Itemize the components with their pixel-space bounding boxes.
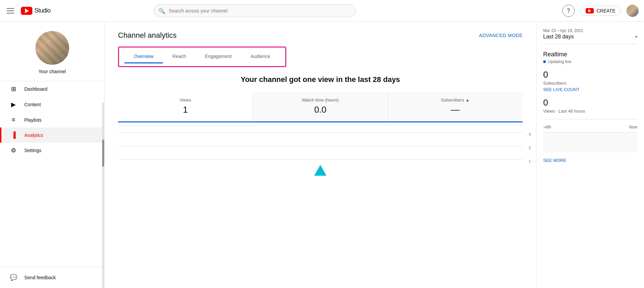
updating-live-text: Updating live [548,59,571,64]
chart-area: 3 2 1 [118,125,523,179]
chart-label-3: 3 [529,132,531,136]
sidebar-item-send-feedback[interactable]: 💬 Send feedback [0,270,104,285]
views-count: 0 [543,97,637,108]
analytics-label: Analytics [24,133,43,138]
subscribers-value: — [396,105,515,115]
tab-audience[interactable]: Audience [241,50,280,63]
dashboard-icon: ⊞ [9,85,18,93]
sidebar-item-settings[interactable]: ⚙ Settings [0,143,104,158]
content-label: Content [24,102,41,107]
sidebar-scroll-thumb[interactable] [102,140,104,167]
sidebar-scrollbar[interactable] [102,103,104,288]
metric-subscribers[interactable]: Subscribers ▲ — [388,92,523,121]
search-icon: 🔍 [158,7,165,14]
chart-line-2: 2 [118,146,523,146]
subscribers-stat-label: Subscribers [543,81,637,86]
sidebar-bottom: 💬 Send feedback [0,267,104,288]
date-range-value: Last 28 days [543,34,574,40]
metrics-row: Views 1 Watch time (hours) 0.0 Subscribe… [118,92,523,122]
help-button[interactable]: ? [562,5,575,17]
views-stat: 0 Views · Last 48 hours [543,97,637,114]
time-end: Now [629,125,637,129]
user-avatar[interactable] [626,5,639,17]
chevron-down-icon: ▾ [635,34,637,39]
subscribers-count: 0 [543,69,637,80]
create-button[interactable]: CREATE [580,6,621,16]
search-input[interactable] [154,4,356,17]
see-more-link[interactable]: SEE MORE [543,158,637,163]
divider [543,119,637,119]
warning-icon: ▲ [465,97,470,103]
see-live-count-link[interactable]: SEE LIVE COUNT [543,87,637,92]
sidebar-item-analytics[interactable]: ▐ Analytics [0,127,104,143]
tab-engagement[interactable]: Engagement [196,50,241,63]
studio-logo[interactable]: Studio [21,7,51,15]
top-nav: Studio 🔍 ? CREATE [0,0,644,22]
sidebar: Your channel ⊞ Dashboard ▶ Content ≡ Pla… [0,22,105,288]
metric-watchtime[interactable]: Watch time (hours) 0.0 [253,92,388,121]
views-label: Views [126,97,244,103]
playlists-icon: ≡ [9,116,18,123]
settings-label: Settings [24,148,41,153]
date-range-selector[interactable]: Last 28 days ▾ [543,34,637,44]
sidebar-item-dashboard[interactable]: ⊞ Dashboard [0,81,104,97]
updating-live: Updating live [543,59,637,64]
chart-label-2: 2 [529,146,531,150]
time-axis: -48h Now [543,125,637,129]
analytics-icon: ▐ [9,132,18,139]
logo-text: Studio [34,7,51,14]
watchtime-label: Watch time (hours) [261,97,379,103]
content-icon: ▶ [9,101,18,108]
views-value: 1 [126,105,244,115]
date-range-note: Mar 23 – Apr 19, 2021 [543,28,637,33]
content-header: Channel analytics ADVANCED MODE [118,31,523,40]
hamburger-menu[interactable] [5,7,16,15]
nav-right: ? CREATE [562,5,639,17]
sidebar-item-content[interactable]: ▶ Content [0,97,104,112]
page-title: Channel analytics [118,31,177,40]
views-mini-chart [543,132,637,152]
realtime-title: Realtime [543,51,637,58]
playlists-label: Playlists [24,117,41,123]
search-wrap: 🔍 [154,4,356,17]
sidebar-nav: ⊞ Dashboard ▶ Content ≡ Playlists ▐ Anal… [0,81,104,267]
chart-line-1: 1 [118,159,523,160]
watchtime-value: 0.0 [261,105,379,115]
right-panel: Mar 23 – Apr 19, 2021 Last 28 days ▾ Rea… [536,22,644,288]
create-video-icon [586,8,594,13]
feedback-icon: 💬 [9,274,18,281]
live-dot [543,60,546,63]
views-stat-label: Views · Last 48 hours [543,109,637,114]
main-layout: Your channel ⊞ Dashboard ▶ Content ≡ Pla… [0,22,644,288]
analytics-tabs-wrapper: Overview Reach Engagement Audience [118,47,286,67]
create-label: CREATE [596,8,615,13]
channel-avatar[interactable] [35,31,69,65]
chart-label-1: 1 [529,159,531,163]
chart-triangle [314,165,326,176]
time-start: -48h [543,125,551,129]
tab-reach[interactable]: Reach [163,50,195,63]
dashboard-label: Dashboard [24,86,48,92]
realtime-section: Realtime Updating live 0 Subscribers SEE… [543,51,637,163]
summary-text: Your channel got one view in the last 28… [118,75,523,84]
youtube-icon [21,7,32,15]
metric-views[interactable]: Views 1 [118,92,253,122]
nav-left: Studio [5,7,51,15]
search-bar: 🔍 [154,4,356,17]
content-area: Channel analytics ADVANCED MODE Overview… [105,22,536,288]
channel-section: Your channel [0,22,104,81]
subscribers-label: Subscribers ▲ [396,97,515,103]
channel-name: Your channel [38,69,66,74]
subscribers-stat: 0 Subscribers SEE LIVE COUNT [543,69,637,92]
settings-icon: ⚙ [9,147,18,154]
chart-line-3: 3 [118,132,523,133]
feedback-label: Send feedback [24,275,56,280]
tab-overview[interactable]: Overview [124,50,163,63]
advanced-mode-link[interactable]: ADVANCED MODE [479,33,523,38]
sidebar-item-playlists[interactable]: ≡ Playlists [0,112,104,127]
